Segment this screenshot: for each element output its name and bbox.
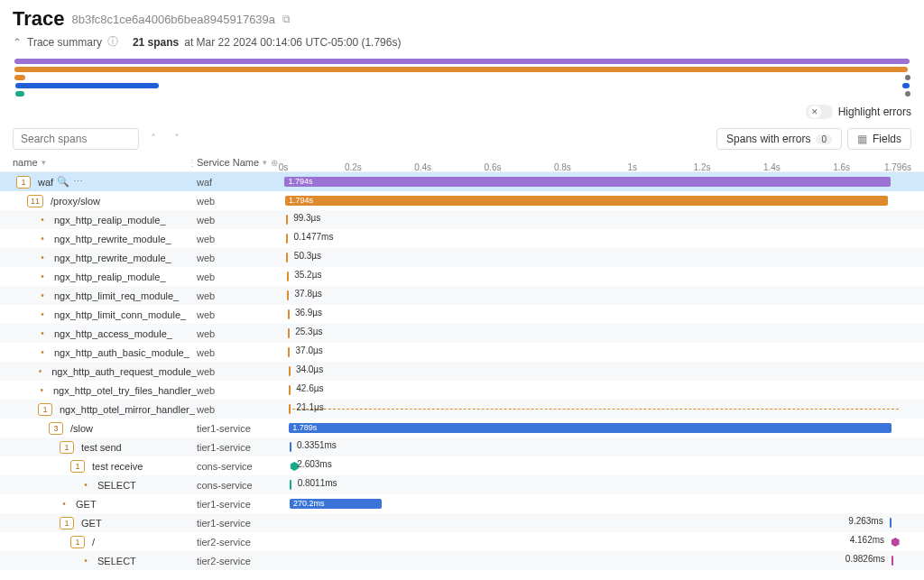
child-count-badge[interactable]: 11: [27, 195, 43, 207]
duration-tick: [890, 518, 892, 528]
span-timeline[interactable]: 37.0µs: [283, 343, 911, 362]
span-timeline[interactable]: 21.1µs: [283, 400, 911, 419]
span-row[interactable]: •ngx_http_rewrite_module_web50.3µs: [0, 248, 924, 267]
leaf-dot-icon: •: [38, 234, 47, 244]
span-timeline[interactable]: 37.8µs: [283, 286, 911, 305]
duration-label: 42.6µs: [296, 383, 323, 393]
child-count-badge[interactable]: 1: [16, 176, 31, 189]
duration-tick: [286, 234, 288, 244]
service-name: tier1-service: [197, 423, 283, 434]
highlight-errors-label: Highlight errors: [838, 106, 911, 118]
span-timeline[interactable]: 42.6µs: [283, 381, 911, 400]
duration-label: 0.9826ms: [845, 554, 885, 564]
duration-tick: [289, 366, 291, 376]
span-row[interactable]: •ngx_http_realip_module_web99.3µs: [0, 210, 924, 229]
filter-icon[interactable]: ⊕: [271, 158, 278, 168]
duration-label: 37.8µs: [295, 289, 322, 299]
child-count-badge[interactable]: 1: [70, 536, 85, 548]
span-row[interactable]: 1GETtier1-service9.263ms: [0, 513, 924, 532]
info-icon[interactable]: ⓘ: [107, 34, 118, 50]
span-row[interactable]: •ngx_http_auth_basic_module_web37.0µs: [0, 343, 924, 362]
duration-label: 35.2µs: [294, 270, 321, 280]
span-timeline[interactable]: ⬢2.603ms: [283, 456, 911, 475]
child-count-badge[interactable]: 1: [60, 517, 74, 529]
span-row[interactable]: •ngx_http_realip_module_web35.2µs: [0, 267, 924, 286]
span-row[interactable]: •ngx_http_limit_conn_module_web36.9µs: [0, 305, 924, 324]
next-match-button[interactable]: ˅: [168, 129, 186, 149]
spans-with-errors-button[interactable]: Spans with errors 0: [716, 128, 842, 150]
duration-label: 34.0µs: [296, 364, 323, 374]
span-row[interactable]: •SELECTtier2-service0.9826ms: [0, 551, 924, 570]
duration-tick: [892, 556, 893, 566]
copy-icon[interactable]: ⧉: [282, 13, 291, 25]
child-count-badge[interactable]: 1: [60, 441, 74, 454]
span-row[interactable]: •ngx_http_otel_try_files_handler_web42.6…: [0, 381, 924, 400]
service-name: tier1-service: [197, 518, 283, 529]
span-timeline[interactable]: 0.3351ms: [283, 437, 911, 456]
service-name: web: [197, 385, 283, 396]
more-icon[interactable]: ⋯: [73, 176, 83, 188]
service-name: web: [197, 215, 283, 226]
duration-label: 21.1µs: [297, 402, 324, 412]
leaf-dot-icon: •: [38, 328, 47, 338]
span-row[interactable]: •ngx_http_limit_req_module_web37.8µs: [0, 286, 924, 305]
duration-tick: [286, 253, 288, 262]
span-row[interactable]: 1test receivecons-service⬢2.603ms: [0, 456, 924, 475]
span-timeline[interactable]: 0.8011ms: [283, 475, 911, 494]
span-name: ngx_http_otel_mirror_handler_: [60, 404, 195, 415]
col-header-service[interactable]: Service Name ▾ ⊕: [197, 157, 283, 168]
span-timeline[interactable]: 270.2ms: [283, 494, 911, 513]
overview-minimap[interactable]: [0, 57, 924, 103]
span-timeline[interactable]: 9.263ms: [283, 513, 911, 532]
close-icon[interactable]: ✕: [808, 106, 821, 118]
span-timeline[interactable]: 1.789s: [283, 419, 911, 437]
child-count-badge[interactable]: 3: [49, 422, 63, 435]
span-row[interactable]: •ngx_http_auth_request_module_web34.0µs: [0, 362, 924, 381]
span-row[interactable]: 1/tier2-service⬢4.162ms: [0, 532, 924, 551]
service-name: cons-service: [197, 480, 283, 491]
duration-label: 37.0µs: [296, 345, 323, 355]
table-header: name ▾ ⋮ Service Name ▾ ⊕ 0s0.2s0.4s0.6s…: [0, 153, 924, 172]
child-count-badge[interactable]: 1: [70, 460, 85, 473]
span-timeline[interactable]: 25.3µs: [283, 324, 911, 343]
fields-button[interactable]: ▦ Fields: [847, 128, 911, 150]
search-icon[interactable]: 🔍: [57, 176, 69, 188]
span-timeline[interactable]: 1.794s: [283, 191, 911, 210]
sort-icon[interactable]: ▾: [263, 158, 267, 167]
span-timeline[interactable]: ⬢4.162ms: [283, 532, 911, 551]
span-row[interactable]: •SELECTcons-service0.8011ms: [0, 475, 924, 494]
service-name: web: [197, 347, 283, 358]
span-row[interactable]: •GETtier1-service270.2ms: [0, 494, 924, 513]
span-timeline[interactable]: 0.1477ms: [283, 229, 911, 248]
span-name: waf: [38, 177, 53, 188]
highlight-errors-toggle[interactable]: ✕ Highlight errors: [0, 103, 924, 124]
span-timeline[interactable]: 50.3µs: [283, 248, 911, 267]
leaf-dot-icon: •: [38, 347, 47, 357]
span-timeline[interactable]: 99.3µs: [283, 210, 911, 229]
service-name: web: [197, 366, 283, 377]
trace-summary-bar[interactable]: ⌃ Trace summary ⓘ 21 spans at Mar 22 202…: [0, 34, 924, 57]
prev-match-button[interactable]: ˄: [144, 129, 162, 149]
span-row[interactable]: 11/proxy/slowweb1.794s: [0, 191, 924, 210]
column-resize-handle[interactable]: ⋮: [188, 158, 197, 168]
span-timeline[interactable]: 1.794s: [283, 172, 911, 191]
span-row[interactable]: 3/slowtier1-service1.789s: [0, 419, 924, 437]
span-row[interactable]: 1ngx_http_otel_mirror_handler_web21.1µs: [0, 400, 924, 419]
span-row[interactable]: 1waf 🔍 ⋯waf1.794s: [0, 172, 924, 191]
duration-tick: [289, 385, 291, 395]
span-timeline[interactable]: 36.9µs: [283, 305, 911, 324]
span-timeline[interactable]: 34.0µs: [283, 362, 911, 381]
sort-icon[interactable]: ▾: [42, 158, 46, 167]
span-row[interactable]: •ngx_http_access_module_web25.3µs: [0, 324, 924, 343]
span-row[interactable]: •ngx_http_rewrite_module_web0.1477ms: [0, 229, 924, 248]
span-timeline[interactable]: 35.2µs: [283, 267, 911, 286]
search-spans-input[interactable]: [13, 128, 139, 150]
duration-label: 36.9µs: [295, 308, 322, 318]
duration-tick: [287, 272, 289, 281]
col-header-name[interactable]: name ▾ ⋮: [13, 157, 197, 168]
collapse-icon[interactable]: ⌃: [13, 36, 22, 49]
span-timeline[interactable]: 0.9826ms: [283, 551, 911, 570]
span-name: ngx_http_limit_req_module_: [54, 290, 179, 301]
child-count-badge[interactable]: 1: [38, 403, 52, 416]
span-row[interactable]: 1test sendtier1-service0.3351ms: [0, 437, 924, 456]
